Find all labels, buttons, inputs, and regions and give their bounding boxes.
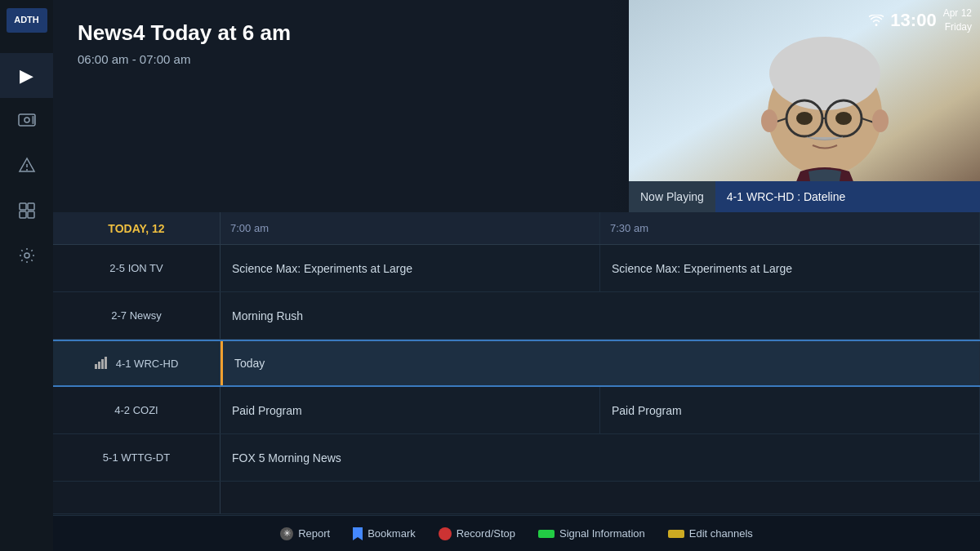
now-playing-bar: Now Playing 4-1 WRC-HD : Dateline (629, 181, 980, 212)
epg-row-cozi[interactable]: 4-2 COZI Paid Program Paid Program (53, 387, 980, 434)
main-content: News4 Today at 6 am 06:00 am - 07:00 am (53, 0, 980, 551)
epg-channel-newsy: 2-7 Newsy (53, 292, 220, 339)
svg-point-14 (769, 37, 880, 110)
program-time: 06:00 am - 07:00 am (78, 52, 291, 66)
svg-rect-28 (105, 357, 107, 369)
svg-point-23 (872, 109, 889, 132)
toolbar-item-record: Record/Stop (439, 527, 515, 540)
svg-point-21 (835, 112, 852, 125)
epg-program-cozi-2[interactable]: Paid Program (600, 387, 980, 433)
epg-programs-wttg-dt: FOX 5 Morning News (220, 434, 980, 481)
alerts-icon (18, 157, 36, 175)
epg-time-header: 7:00 am 7:30 am (220, 212, 980, 244)
svg-rect-27 (101, 359, 104, 369)
clock-date-line2: Friday (943, 20, 972, 34)
toolbar-label-edit: Edit channels (689, 527, 753, 540)
svg-rect-8 (28, 211, 34, 218)
epg-program-wrc-hd-1[interactable]: Today (220, 341, 980, 385)
epg-time-slot-1: 7:00 am (220, 212, 600, 244)
apps-icon (18, 202, 36, 220)
sidebar-item-settings[interactable] (0, 233, 53, 278)
sidebar-item-alerts[interactable] (0, 143, 53, 188)
clock-time: 13:00 (890, 10, 936, 31)
program-info: News4 Today at 6 am 06:00 am - 07:00 am (53, 0, 315, 212)
signal-info-icon (538, 530, 555, 538)
bookmark-icon (353, 527, 363, 540)
live-tv-icon: ▶ (20, 65, 33, 87)
toolbar-item-report: ✳ Report (280, 527, 330, 540)
toolbar-label-bookmark: Bookmark (368, 527, 416, 540)
clock-date-line1: Apr 12 (943, 7, 972, 20)
epg-programs-newsy: Morning Rush (220, 292, 980, 339)
epg-row-wttg-dt[interactable]: 5-1 WTTG-DT FOX 5 Morning News (53, 434, 980, 482)
clock-date: Apr 12 Friday (943, 7, 972, 34)
svg-rect-2 (32, 116, 34, 124)
program-title: News4 Today at 6 am (78, 20, 291, 46)
sidebar-logo: ADTH (7, 8, 47, 41)
sidebar-item-apps[interactable] (0, 188, 53, 233)
toolbar-label-report: Report (298, 527, 330, 540)
epg-program-newsy-1[interactable]: Morning Rush (220, 292, 980, 339)
toolbar-item-bookmark: Bookmark (353, 527, 416, 540)
channel-label-ion-tv: 2-5 ION TV (109, 262, 163, 274)
video-status-bar: 13:00 Apr 12 Friday (869, 7, 972, 34)
toolbar-label-signal: Signal Information (559, 527, 645, 540)
sidebar-item-live[interactable]: ▶ (0, 53, 53, 98)
channel-label-wrc-hd: 4-1 WRC-HD (116, 358, 179, 370)
report-icon: ✳ (280, 527, 293, 540)
settings-icon (18, 247, 36, 264)
video-preview[interactable]: Feet Store 13:00 Apr 12 Friday (629, 0, 980, 212)
channel-label-newsy: 2-7 Newsy (111, 309, 161, 322)
epg-programs-cozi: Paid Program Paid Program (220, 387, 980, 433)
svg-rect-7 (20, 211, 26, 218)
svg-rect-5 (20, 203, 26, 210)
epg-channel-wttg-dt: 5-1 WTTG-DT (53, 434, 220, 481)
svg-point-4 (26, 169, 28, 171)
epg-row-newsy[interactable]: 2-7 Newsy Morning Rush (53, 292, 980, 340)
epg-grid: TODAY, 12 7:00 am 7:30 am 2-5 ION TV Sci… (53, 212, 980, 515)
epg-channel-wrc-hd: 4-1 WRC-HD (53, 341, 220, 385)
svg-rect-6 (28, 203, 34, 210)
toolbar-item-edit: Edit channels (668, 527, 753, 540)
sidebar: ADTH ▶ (0, 0, 53, 551)
top-area: News4 Today at 6 am 06:00 am - 07:00 am (53, 0, 980, 212)
epg-program-wttg-dt-1[interactable]: FOX 5 Morning News (220, 434, 980, 481)
signal-bars-icon (95, 356, 109, 371)
epg-program-ion-tv-2[interactable]: Science Max: Experiments at Large (600, 245, 980, 291)
epg-header: TODAY, 12 7:00 am 7:30 am (53, 212, 980, 245)
toolbar-item-signal: Signal Information (538, 527, 645, 540)
recordings-icon (17, 113, 37, 129)
epg-time-slot-2: 7:30 am (600, 212, 980, 244)
svg-point-22 (761, 109, 777, 132)
epg-programs-ion-tv: Science Max: Experiments at Large Scienc… (220, 245, 980, 291)
channel-label-wttg-dt: 5-1 WTTG-DT (103, 451, 170, 464)
toolbar-label-record: Record/Stop (457, 527, 515, 540)
now-playing-channel: 4-1 WRC-HD : Dateline (715, 181, 980, 212)
epg-channel-empty (53, 482, 220, 513)
wifi-icon (869, 15, 884, 26)
epg-row-ion-tv[interactable]: 2-5 ION TV Science Max: Experiments at L… (53, 245, 980, 292)
svg-rect-26 (98, 362, 100, 369)
record-icon (439, 527, 452, 540)
logo-text: ADTH (14, 15, 39, 25)
epg-channel-ion-tv: 2-5 ION TV (53, 245, 220, 291)
epg-row-empty (53, 482, 980, 514)
now-playing-label: Now Playing (629, 181, 715, 212)
epg-date-label: TODAY, 12 (53, 212, 220, 244)
svg-rect-25 (95, 364, 97, 369)
svg-point-9 (24, 253, 29, 258)
edit-channels-icon (668, 530, 684, 538)
bottom-toolbar: ✳ Report Bookmark Record/Stop Signal Inf… (53, 515, 980, 551)
svg-point-20 (796, 112, 813, 125)
epg-rows: 2-5 ION TV Science Max: Experiments at L… (53, 245, 980, 515)
epg-programs-empty (220, 482, 980, 513)
epg-channel-cozi: 4-2 COZI (53, 387, 220, 433)
epg-program-cozi-1[interactable]: Paid Program (220, 387, 600, 433)
epg-program-ion-tv-1[interactable]: Science Max: Experiments at Large (220, 245, 600, 291)
epg-row-wrc-hd[interactable]: 4-1 WRC-HD Today (53, 340, 980, 387)
svg-point-1 (24, 118, 29, 122)
epg-programs-wrc-hd: Today (220, 341, 980, 385)
channel-label-cozi: 4-2 COZI (114, 404, 158, 416)
sidebar-item-recordings[interactable] (0, 98, 53, 143)
